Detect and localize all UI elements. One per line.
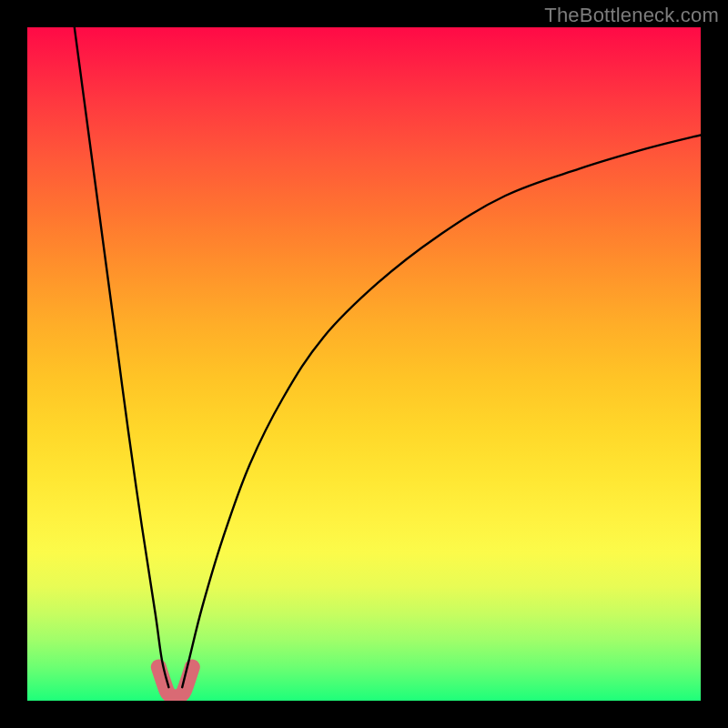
- chart-curve: [75, 27, 701, 687]
- chart-svg: [27, 27, 701, 701]
- chart-stage: TheBottleneck.com: [0, 0, 728, 728]
- chart-plot-area: [27, 27, 701, 701]
- watermark-text: TheBottleneck.com: [544, 4, 719, 27]
